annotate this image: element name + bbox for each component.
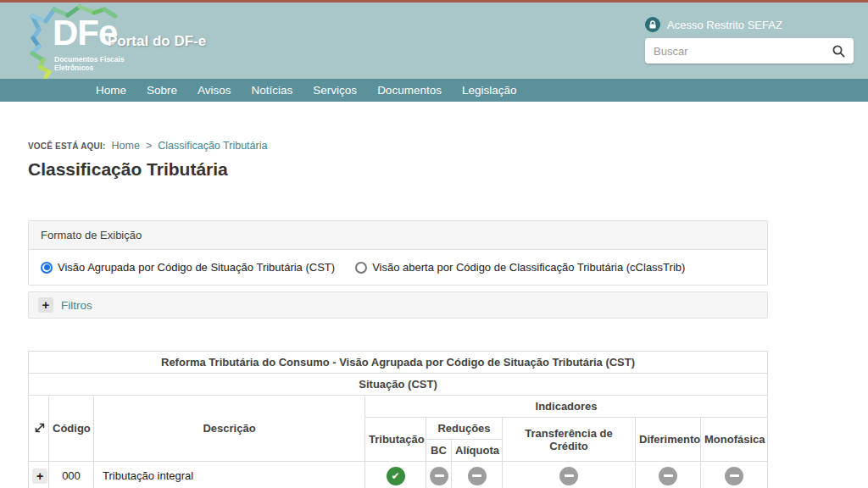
lock-icon [645,17,660,32]
cst-table: Reforma Tributária do Consumo - Visão Ag… [28,351,768,488]
minus-circle-icon [430,467,448,485]
display-format-panel-title: Formato de Exibição [29,221,767,250]
filters-bar: + Filtros [28,291,768,319]
nav-item-avisos[interactable]: Avisos [187,79,242,102]
column-header-bc: BC [426,440,452,462]
display-format-options: Visão Agrupada por Código de Situação Tr… [29,250,767,285]
nav-item-documentos[interactable]: Documentos [367,79,452,102]
page-title: Classificação Tributária [28,159,868,180]
restricted-access-link[interactable]: Acesso Restrito SEFAZ [645,17,854,32]
nav-item-noticias[interactable]: Notícias [242,79,303,102]
breadcrumb-prefix: VOCÊ ESTÁ AQUI: [28,141,106,151]
header-right: Acesso Restrito SEFAZ [645,17,854,64]
table-row-cst-000: + 000 Tributação integral [29,462,768,488]
column-header-transferencia: Transferência de Crédito [503,418,636,462]
breadcrumb: VOCÊ ESTÁ AQUI: Home > Classificação Tri… [28,140,868,152]
check-circle-icon [387,467,405,485]
radio-option-grouped-cst-label: Visão Agrupada por Código de Situação Tr… [58,261,335,274]
display-format-panel: Formato de Exibição Visão Agrupada por C… [28,220,768,286]
restricted-access-label: Acesso Restrito SEFAZ [667,19,782,31]
column-header-tributacao: Tributação [365,418,426,462]
portal-title: Portal do DF-e [108,33,206,50]
main-navigation: Home Sobre Avisos Notícias Serviços Docu… [0,79,868,102]
column-header-descricao: Descrição [94,396,365,462]
nav-item-home[interactable]: Home [86,79,136,102]
column-header-aliquota: Alíquota [452,440,503,462]
breadcrumb-separator: > [146,140,152,152]
minus-circle-icon [468,467,487,485]
dfe-logo-link[interactable]: DFe Documentos Fiscais Eletrônicos Porta… [0,3,356,79]
cell-aliquota [452,462,503,488]
minus-circle-icon [559,467,578,485]
column-group-indicadores: Indicadores [365,396,768,418]
search-input[interactable] [645,38,854,64]
minus-circle-icon [725,467,743,485]
site-header: DFe Documentos Fiscais Eletrônicos Porta… [0,3,868,79]
row-expand-button[interactable]: + [32,469,47,484]
cell-codigo: 000 [49,462,94,488]
radio-option-open-cclasstrib-label: Visão aberta por Código de Classificação… [372,261,685,274]
row-expand-cell: + [29,462,49,488]
column-header-codigo: Código [49,396,94,462]
radio-unselected-icon [355,262,367,274]
filters-expand-button[interactable]: + [38,297,53,313]
nav-item-servicos[interactable]: Serviços [303,79,367,102]
cell-descricao: Tributação integral [94,462,365,488]
search-box [645,38,854,64]
logo-subtitle: Documentos Fiscais Eletrônicos [54,55,125,72]
nav-item-sobre[interactable]: Sobre [136,79,187,102]
column-group-reducoes: Reduções [426,418,503,440]
magnifier-icon [832,44,846,58]
search-button[interactable] [826,41,850,61]
cell-diferimento [636,462,701,488]
table-title: Reforma Tributária do Consumo - Visão Ag… [29,352,768,374]
main-content: VOCÊ ESTÁ AQUI: Home > Classificação Tri… [0,140,868,488]
cell-monofasica [701,462,768,488]
column-header-monofasica: Monofásica [701,418,768,462]
breadcrumb-current-link[interactable]: Classificação Tributária [158,140,267,152]
minus-circle-icon [659,467,677,485]
nav-item-legislacao[interactable]: Legislação [452,79,527,102]
expand-diagonal-icon [34,422,46,434]
radio-selected-icon [41,262,53,274]
column-header-diferimento: Diferimento [636,418,701,462]
radio-option-open-cclasstrib[interactable]: Visão aberta por Código de Classificação… [355,261,685,274]
cell-bc [426,462,452,488]
filters-link[interactable]: Filtros [61,299,92,312]
expand-all-button[interactable] [32,420,47,435]
expand-all-cell [29,396,49,462]
breadcrumb-home-link[interactable]: Home [112,140,140,152]
radio-option-grouped-cst[interactable]: Visão Agrupada por Código de Situação Tr… [41,261,335,274]
cell-tributacao [365,462,426,488]
table-subtitle: Situação (CST) [29,374,768,396]
cell-transferencia [503,462,636,488]
